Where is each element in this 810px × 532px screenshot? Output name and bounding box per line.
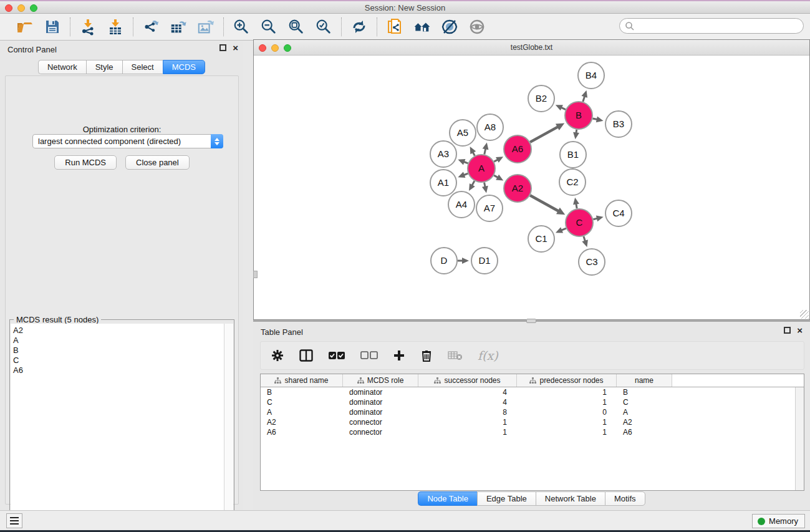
table-cell[interactable]: 1: [418, 418, 517, 427]
table-settings-gear-icon[interactable]: [271, 349, 284, 362]
node-label: A7: [484, 203, 495, 213]
tab-motifs[interactable]: Motifs: [605, 491, 645, 506]
memory-label: Memory: [769, 516, 798, 526]
table-cell[interactable]: C: [617, 398, 672, 407]
table-cell[interactable]: B: [617, 388, 672, 397]
table-cell[interactable]: dominator: [343, 398, 418, 407]
column-header-filler: [672, 374, 804, 387]
show-hide-graphics-details-icon[interactable]: [441, 18, 458, 36]
resize-grip-icon[interactable]: [800, 310, 809, 319]
save-session-icon[interactable]: [44, 18, 61, 36]
zoom-fit-icon[interactable]: [287, 18, 305, 36]
result-item[interactable]: A6: [13, 365, 224, 375]
result-item[interactable]: A: [13, 336, 224, 346]
tab-style[interactable]: Style: [86, 60, 122, 74]
horizontal-divider[interactable]: [253, 320, 810, 322]
table-cell[interactable]: 1: [517, 418, 617, 427]
import-network-icon[interactable]: [79, 18, 97, 36]
close-panel-icon[interactable]: ×: [233, 44, 238, 51]
table-cell[interactable]: A2: [261, 418, 343, 427]
table-cell[interactable]: A6: [617, 428, 672, 437]
table-scrollbar[interactable]: [795, 387, 804, 490]
result-item[interactable]: A2: [13, 326, 224, 336]
column-header-predecessor-nodes[interactable]: predecessor nodes: [517, 374, 617, 387]
result-item[interactable]: C: [13, 355, 224, 365]
table-cell[interactable]: dominator: [343, 388, 418, 397]
open-file-icon[interactable]: [16, 18, 34, 36]
birds-eye-view-icon[interactable]: [468, 18, 486, 36]
new-network-from-selection-icon[interactable]: [386, 18, 403, 36]
panel-divider-handle[interactable]: [253, 271, 258, 278]
table-row[interactable]: Adominator80A: [261, 407, 795, 417]
graph-edge[interactable]: [530, 127, 558, 142]
table-cell[interactable]: C: [261, 398, 343, 407]
import-table-icon[interactable]: [107, 18, 124, 36]
toggle-column-panel-icon[interactable]: [299, 349, 313, 362]
table-cell[interactable]: 0: [517, 408, 617, 417]
tab-mcds[interactable]: MCDS: [163, 60, 205, 74]
result-item[interactable]: B: [13, 346, 224, 355]
first-neighbors-icon[interactable]: [413, 18, 431, 36]
float-table-panel-icon[interactable]: [784, 327, 791, 334]
table-cell[interactable]: connector: [343, 428, 418, 437]
table-cell[interactable]: A6: [261, 428, 343, 437]
graph-edge[interactable]: [530, 195, 559, 211]
memory-button[interactable]: Memory: [752, 514, 805, 528]
status-bar: Memory: [0, 510, 810, 530]
window-title: Session: New Session: [0, 3, 810, 12]
table-cell[interactable]: B: [261, 388, 343, 397]
node-label: D: [441, 255, 448, 266]
tab-network-table[interactable]: Network Table: [536, 491, 605, 506]
table-cell[interactable]: 1: [517, 388, 617, 397]
table-row[interactable]: A6connector11A6: [261, 427, 795, 437]
table-cell[interactable]: 1: [517, 398, 617, 407]
column-header-MCDS-role[interactable]: MCDS role: [343, 374, 418, 387]
export-network-icon[interactable]: [142, 18, 160, 36]
divider-handle[interactable]: [526, 319, 536, 323]
table-cell[interactable]: connector: [343, 418, 418, 427]
apply-layout-icon[interactable]: [350, 18, 368, 36]
table-cell[interactable]: A: [261, 408, 343, 417]
table-cell[interactable]: A: [617, 408, 672, 417]
tab-network[interactable]: Network: [38, 60, 86, 74]
table-cell[interactable]: 8: [418, 408, 517, 417]
tab-edge-table[interactable]: Edge Table: [477, 491, 536, 506]
node-label: B: [576, 110, 582, 120]
table-cell[interactable]: 1: [517, 428, 617, 437]
close-table-panel-icon[interactable]: ×: [797, 327, 803, 334]
mcds-result-list[interactable]: A2ABCA6: [11, 324, 224, 532]
export-image-icon[interactable]: [197, 18, 215, 36]
float-panel-icon[interactable]: [219, 44, 226, 51]
tab-select[interactable]: Select: [122, 60, 163, 74]
add-column-icon[interactable]: [393, 349, 405, 362]
column-header-shared-name[interactable]: shared name: [261, 374, 343, 387]
table-row[interactable]: A2connector11A2: [261, 417, 795, 427]
column-header-name[interactable]: name: [617, 374, 672, 387]
run-mcds-button[interactable]: Run MCDS: [54, 155, 117, 170]
table-cell[interactable]: dominator: [343, 408, 418, 417]
table-cell[interactable]: A2: [617, 418, 672, 427]
criterion-dropdown[interactable]: largest connected component (directed): [32, 134, 223, 148]
table-row[interactable]: Cdominator41C: [261, 397, 795, 407]
function-builder-icon[interactable]: f(x): [478, 349, 498, 362]
table-header-row: shared nameMCDS rolesuccessor nodesprede…: [261, 374, 804, 387]
table-cell[interactable]: 4: [418, 398, 517, 407]
deselect-all-columns-icon[interactable]: [360, 351, 378, 360]
table-row[interactable]: Bdominator41B: [261, 387, 795, 397]
table-cell[interactable]: 1: [418, 428, 517, 437]
select-all-columns-icon[interactable]: [328, 351, 345, 360]
export-table-icon[interactable]: [170, 18, 187, 36]
zoom-out-icon[interactable]: [260, 18, 277, 36]
zoom-selected-icon[interactable]: [315, 18, 332, 36]
delete-column-icon[interactable]: [420, 349, 433, 362]
search-input[interactable]: [619, 18, 804, 34]
zoom-in-icon[interactable]: [233, 18, 250, 36]
network-canvas[interactable]: B4B2BB3A8A5A6A3B1AA1C2A2A4A7C4CC1C3DD1: [254, 56, 809, 319]
tab-node-table[interactable]: Node Table: [418, 491, 477, 506]
column-header-successor-nodes[interactable]: successor nodes: [418, 374, 517, 387]
result-scrollbar[interactable]: [224, 324, 233, 532]
delete-table-icon[interactable]: [448, 351, 463, 360]
task-history-button[interactable]: [6, 513, 22, 528]
table-cell[interactable]: 4: [418, 388, 517, 397]
close-panel-button[interactable]: Close panel: [125, 155, 190, 170]
